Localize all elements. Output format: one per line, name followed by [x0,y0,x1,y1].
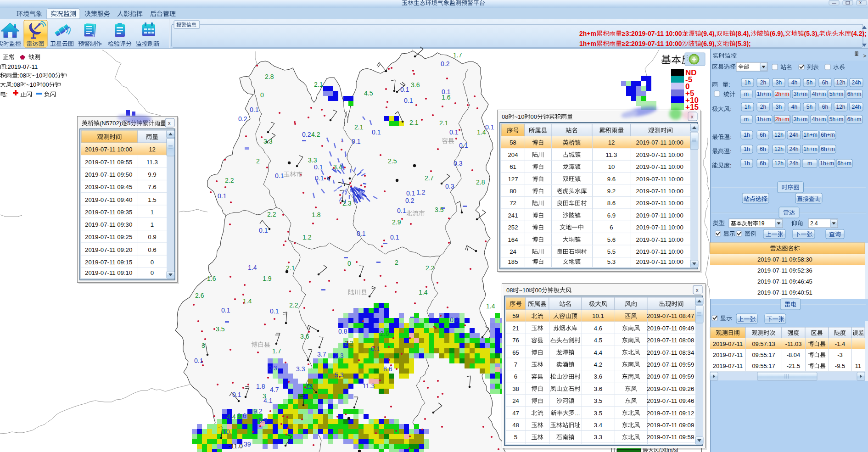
svg-text:00: 00 [42,81,49,88]
svg-text:2.7: 2.7 [425,174,434,182]
svg-text:12: 12 [149,146,156,153]
svg-text:5: 5 [514,434,517,441]
svg-text:164: 164 [508,236,518,243]
svg-text:1h+m: 1h+m [757,91,771,97]
svg-text:3.5: 3.5 [594,397,602,404]
svg-text:m: m [744,91,749,97]
svg-text:4.4: 4.4 [227,413,236,420]
svg-text:x: x [168,120,171,126]
svg-text:241: 241 [508,212,518,219]
svg-text:204: 204 [508,151,518,158]
svg-text:0: 0 [260,91,264,99]
svg-text:2019-07-11 10:00: 2019-07-11 10:00 [85,146,132,153]
svg-text:2019-07-11 09:09: 2019-07-11 09:09 [647,422,694,429]
svg-text:0.2: 0.2 [441,60,450,67]
svg-text:(5.3);: (5.3); [735,40,750,47]
svg-text:5.5: 5.5 [607,248,616,255]
svg-text:3: 3 [202,342,205,349]
svg-text:11: 11 [855,363,862,369]
svg-text:252: 252 [508,224,518,231]
svg-text:12: 12 [305,383,313,390]
svg-text:2019-07-11 09:40: 2019-07-11 09:40 [85,196,132,203]
svg-text:0.1: 0.1 [270,307,279,315]
svg-text:1.4: 1.4 [477,128,486,136]
svg-text:4.5: 4.5 [364,89,373,97]
svg-text:3.5: 3.5 [216,325,225,333]
svg-text:2.1: 2.1 [286,264,295,272]
svg-text:0.1: 0.1 [390,234,399,241]
svg-text:0.1: 0.1 [459,142,468,149]
svg-text::: : [730,106,732,112]
svg-text:3.6: 3.6 [594,373,602,380]
svg-text:2019-07-11: 2019-07-11 [713,363,743,369]
svg-text:1h: 1h [744,132,750,138]
svg-text:4.2: 4.2 [311,131,320,138]
svg-text:2019-07-11 09:50: 2019-07-11 09:50 [85,171,132,178]
svg-text:00: 00 [535,287,542,294]
svg-text:7.6: 7.6 [148,184,156,190]
svg-text:2019-07-11 09:49: 2019-07-11 09:49 [647,325,694,332]
svg-text:8.6: 8.6 [607,200,616,206]
svg-text:~10: ~10 [519,287,529,294]
svg-text:1h: 1h [745,79,750,86]
svg-text:76: 76 [512,337,519,344]
svg-text:2.1: 2.1 [354,123,364,131]
svg-text:0.2: 0.2 [302,131,311,138]
svg-text:2.9: 2.9 [392,218,401,226]
svg-text:0.1: 0.1 [485,123,494,131]
svg-text:2019-07-11 10:00: 2019-07-11 10:00 [636,200,683,206]
svg-text:0.3: 0.3 [454,160,463,167]
svg-text:8.6: 8.6 [383,365,392,373]
svg-text:2019-07-11 08:47: 2019-07-11 08:47 [647,312,694,319]
svg-text:19: 19 [758,220,765,227]
svg-text:2019-07-11 09:10: 2019-07-11 09:10 [85,269,132,276]
svg-text:00: 00 [531,113,537,120]
svg-text:0.1: 0.1 [259,227,268,234]
svg-text:6h+m: 6h+m [821,146,834,152]
svg-text:1h+m: 1h+m [757,116,771,123]
svg-text:1.6: 1.6 [207,275,216,282]
svg-text:2h+m: 2h+m [775,116,789,123]
svg-text:0.3: 0.3 [445,183,454,190]
svg-text:2019-07-11 09:25: 2019-07-11 09:25 [85,234,132,240]
svg-text:2.1: 2.1 [409,119,419,126]
svg-text::: : [730,148,732,155]
svg-text:1.9: 1.9 [263,275,272,282]
svg-text:4.5: 4.5 [594,337,602,344]
svg-text:0.8: 0.8 [338,328,347,335]
svg-text:2019-07-11 09:15: 2019-07-11 09:15 [85,259,132,266]
svg-text:2019-07-11 09:55: 2019-07-11 09:55 [85,159,132,166]
svg-text:0.1: 0.1 [194,357,203,364]
svg-text:>: > [863,52,867,59]
svg-text:1h+m: 1h+m [579,40,596,47]
svg-text:3.6: 3.6 [411,81,420,89]
svg-text:24h: 24h [790,146,799,152]
svg-text:2019-07-11 10:00: 2019-07-11 10:00 [636,224,683,231]
svg-text:9.6: 9.6 [237,412,246,419]
svg-text:3h+m: 3h+m [794,116,807,123]
svg-text:12h: 12h [774,146,784,152]
svg-text:2019-07-11 09:59: 2019-07-11 09:59 [647,361,694,368]
svg-text:-9.5: -9.5 [835,363,845,369]
svg-text:2019-07-11 09:20: 2019-07-11 09:20 [85,246,132,253]
svg-text:4.7: 4.7 [270,386,279,393]
svg-text:2019-07-11 10:00: 2019-07-11 10:00 [636,248,683,255]
svg-text:4h: 4h [791,79,797,86]
svg-text:-3: -3 [837,352,843,358]
svg-text:2.3: 2.3 [335,352,344,359]
svg-text:2.6: 2.6 [380,330,389,337]
svg-text:65: 65 [512,349,519,356]
svg-text:185: 185 [508,258,518,265]
svg-text:2.2: 2.2 [225,177,234,184]
svg-text:0.1: 0.1 [275,172,284,179]
svg-text:10.: 10. [223,428,231,435]
svg-text:4h+m: 4h+m [812,116,826,123]
svg-text:2.8: 2.8 [476,179,485,186]
svg-text:x: x [859,0,862,5]
svg-text:2019-07-11 10:00: 2019-07-11 10:00 [636,176,683,183]
svg-text:9.6: 9.6 [607,176,616,183]
svg-text:(N5702): (N5702) [100,120,121,127]
svg-text:2019-07-11 09:45: 2019-07-11 09:45 [85,184,132,190]
svg-text:6h+m: 6h+m [847,116,861,123]
svg-text:08: 08 [502,113,508,120]
